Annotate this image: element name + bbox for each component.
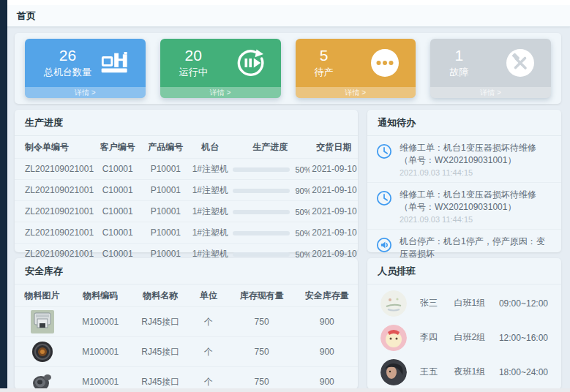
- round-speaker-photo: [31, 340, 54, 363]
- list-item[interactable]: 张三 白班1组 09:00~12:00: [367, 286, 561, 320]
- bottom-edge: [0, 388, 570, 392]
- stat-detail-link[interactable]: 详情 >: [25, 87, 146, 98]
- progress-percent: 90%: [295, 186, 310, 195]
- progress-percent: 50%: [295, 208, 310, 216]
- stat-card-running[interactable]: 20 运行中 详情 >: [160, 39, 281, 98]
- machine-name: 1#注塑机: [190, 222, 230, 244]
- col-safety-stock: 安全库存量: [296, 284, 358, 307]
- col-machine: 机台: [190, 136, 230, 159]
- stat-value: 20: [179, 47, 208, 64]
- running-icon: [236, 48, 265, 78]
- col-order-no: 制令单编号: [15, 136, 94, 159]
- list-item[interactable]: 维修工单：机台1变压器损坏待维修（单号：WX202109031001） 2021…: [367, 182, 561, 229]
- panel-title-schedule: 人员排班: [367, 258, 561, 284]
- tab-bar: 首页: [7, 5, 570, 27]
- customer-no: C10001: [94, 180, 142, 201]
- staff-name: 李四: [420, 331, 454, 344]
- col-product-no: 产品编号: [142, 136, 190, 159]
- production-progress-panel: 生产进度 制令单编号 客户编号 产品编号 机台 生产进度 交货日期: [15, 110, 358, 252]
- notices-panel: 通知待办 维修工单：机台1变压器损坏待维修（单号：WX202109031001）: [367, 110, 561, 252]
- order-no: ZL202109021001: [15, 201, 94, 222]
- customer-no: C10001: [94, 222, 142, 244]
- col-unit: 单位: [190, 284, 228, 307]
- stat-value: 26: [44, 47, 91, 64]
- safety-stock: 900: [296, 307, 358, 337]
- shift-label: 白班1组: [454, 297, 498, 309]
- machine-icon: [100, 48, 130, 78]
- unit: 个: [190, 307, 228, 337]
- table-row[interactable]: M100001 RJ45接口 个 750 900: [15, 337, 358, 367]
- list-item[interactable]: 王五 夜班1组 18:00~24:00: [367, 355, 561, 388]
- notice-text: 维修工单：机台1变压器损坏待维修（单号：WX202109031001）: [400, 142, 552, 167]
- table-row[interactable]: ZL202109021001 C10001 P10001 1#注塑机 90% 2…: [15, 180, 358, 201]
- progress-bar: [233, 210, 290, 214]
- avatar: [380, 359, 407, 385]
- stat-detail-link[interactable]: 详情 >: [160, 87, 281, 98]
- stats-panel: 26 总机台数量 详情 >: [15, 33, 561, 104]
- col-delivery-date: 交货日期: [310, 136, 358, 159]
- stat-label: 待产: [315, 66, 334, 79]
- stat-card-waiting[interactable]: 5 待产 详情 >: [296, 39, 416, 98]
- product-no: P10001: [142, 201, 190, 222]
- product-no: P10001: [142, 180, 190, 201]
- col-material-name: 物料名称: [131, 284, 190, 307]
- notice-timestamp: 2021.09.03 11:44:15: [400, 215, 552, 224]
- stat-label: 总机台数量: [44, 66, 91, 79]
- material-name: RJ45接口: [131, 367, 190, 389]
- customer-no: C10001: [94, 201, 142, 222]
- safety-stock-panel: 安全库存 物料图片 物料编码 物料名称 单位 库存现有量 安全库存量: [15, 258, 358, 388]
- stat-value: 1: [449, 47, 468, 64]
- tab-home[interactable]: 首页: [17, 10, 36, 23]
- notice-text: 维修工单：机台1变压器损坏待维修（单号：WX202109031001）: [400, 189, 552, 214]
- list-item[interactable]: 维修工单：机台1变压器损坏待维修（单号：WX202109031001） 2021…: [367, 136, 561, 182]
- stat-card-total-machines[interactable]: 26 总机台数量 详情 >: [25, 39, 146, 98]
- stat-detail-link[interactable]: 详情 >: [296, 87, 416, 98]
- material-code: M100001: [70, 307, 131, 337]
- table-row[interactable]: ZL202109021001 C10001 P10001 1#注塑机 50% 2…: [15, 222, 358, 244]
- table-row[interactable]: ZL202109021001 C10001 P10001 1#注塑机 50% 2…: [15, 201, 358, 222]
- shift-label: 夜班1组: [454, 366, 498, 378]
- shift-time: 09:00~12:00: [499, 298, 548, 309]
- staff-schedule-panel: 人员排班: [367, 258, 561, 388]
- table-row[interactable]: M100001 RJ45接口 个 750 900: [15, 307, 358, 337]
- order-no: ZL202109021001: [15, 180, 94, 201]
- customer-no: C10001: [94, 159, 142, 180]
- dashboard-content: 26 总机台数量 详情 >: [7, 27, 570, 388]
- col-customer-no: 客户编号: [94, 136, 142, 159]
- avatar-wangwu: [380, 359, 407, 385]
- progress-bar: [233, 231, 290, 235]
- production-table: 制令单编号 客户编号 产品编号 机台 生产进度 交货日期 ZL202109021: [15, 136, 358, 265]
- delivery-date: 2021-09-10: [310, 159, 358, 180]
- fault-icon: [506, 48, 535, 78]
- rj45-connector-photo: [31, 310, 54, 333]
- machine-name: 1#注塑机: [190, 201, 230, 222]
- stat-label: 运行中: [179, 66, 208, 79]
- shift-time: 18:00~24:00: [499, 367, 548, 377]
- col-material-photo: 物料图片: [15, 284, 70, 307]
- list-item[interactable]: 李四 白班2组 12:00~16:00: [367, 320, 561, 355]
- notice-text: 机台停产：机台1停产，停产原因：变压器损坏: [400, 235, 552, 261]
- progress-bar: [233, 252, 290, 257]
- speaker-icon: [376, 237, 392, 253]
- machine-name: 1#注塑机: [190, 180, 230, 201]
- main-area: 首页 26 总机台数量: [7, 0, 570, 388]
- safety-stock: 900: [296, 337, 358, 367]
- machine-name: 1#注塑机: [190, 159, 230, 180]
- stat-detail-link[interactable]: 详情 >: [430, 87, 551, 98]
- table-row[interactable]: M100001 RJ45接口 个 750 900: [15, 367, 358, 389]
- avatar-lisi: [380, 325, 407, 351]
- col-material-code: 物料编码: [70, 284, 131, 307]
- unit: 个: [190, 337, 228, 367]
- avatar: [380, 290, 407, 317]
- table-row[interactable]: ZL202109021001 C10001 P10001 1#注塑机 50% 2…: [15, 159, 358, 180]
- stat-card-fault[interactable]: 1 故障 详情 >: [430, 39, 551, 98]
- panel-title-production: 生产进度: [15, 110, 358, 136]
- stat-value: 5: [315, 47, 334, 64]
- waiting-icon: [370, 48, 400, 78]
- delivery-date: 2021-09-10: [310, 180, 358, 201]
- product-no: P10001: [142, 222, 190, 244]
- notice-timestamp: 2021.09.03 11:44:15: [400, 168, 552, 177]
- unit: 个: [190, 367, 228, 389]
- order-no: ZL202109021001: [15, 159, 94, 180]
- shift-label: 白班2组: [454, 331, 498, 344]
